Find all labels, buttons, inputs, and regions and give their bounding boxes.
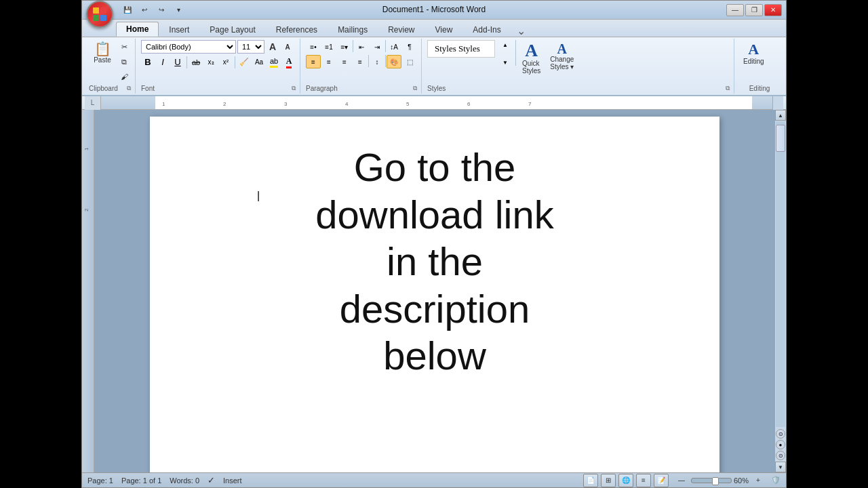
tab-page-layout[interactable]: Page Layout [199,22,265,37]
change-case-btn[interactable]: Aa [252,56,266,68]
shrink-font-btn[interactable]: A [281,40,294,54]
words-indicator[interactable]: Words: 0 [170,476,199,485]
content-line4: description [340,287,530,331]
clipboard-group: 📋 Paste ✂ ⧉ 🖌 Clipboard ⧉ [85,39,136,94]
font-size-select[interactable]: 11 [237,40,264,54]
ribbon-tabs: Home Insert Page Layout References Maili… [82,20,786,37]
strikethrough-button[interactable]: ab [189,56,203,68]
ribbon-collapse-btn[interactable]: ⌄ [514,24,529,37]
zoom-slider[interactable] [691,478,732,483]
superscript-button[interactable]: x² [219,56,233,68]
view-fullscreen-btn[interactable]: ⊞ [601,474,616,487]
editing-btn[interactable]: A Editing [740,40,768,67]
tab-home[interactable]: Home [116,22,159,37]
scroll-select-btn[interactable]: ● [776,440,785,449]
bullets-btn[interactable]: ≡• [306,40,321,54]
minimize-button[interactable]: — [726,4,744,16]
change-styles-btn[interactable]: A ChangeStyles ▾ [547,40,577,73]
align-center-btn[interactable]: ≡ [321,55,336,68]
quick-access-toolbar: 💾 ↩ ↪ ▾ [120,4,186,16]
subscript-button[interactable]: x₂ [204,56,218,68]
zoom-out-btn[interactable]: — [674,474,689,487]
indent-dec-btn[interactable]: ⇤ [354,40,369,54]
redo-qat-btn[interactable]: ↪ [154,4,169,16]
tab-references[interactable]: References [266,22,328,37]
paragraph-dialog-btn[interactable]: ⧉ [413,85,417,92]
title-text: Document1 - Microsoft Word [382,5,486,14]
font-label: Font [141,83,155,94]
style-preview-box[interactable]: Styles Styles [427,40,495,58]
view-buttons: 📄 ⊞ 🌐 ≡ 📝 [583,474,669,487]
clear-format-btn[interactable]: 🧹 [237,56,251,68]
bold-button[interactable]: B [141,56,155,68]
page-of-indicator[interactable]: Page: 1 of 1 [121,476,161,485]
text-highlight-btn[interactable]: ab [267,56,281,68]
scroll-next-btn[interactable]: ⊙ [776,451,785,460]
quick-styles-btn[interactable]: A QuickStyles [519,40,544,77]
indent-inc-btn[interactable]: ⇥ [370,40,384,54]
view-draft-btn[interactable]: 📝 [654,474,669,487]
ruler-bar: 1 2 3 4 5 6 7 [101,96,772,109]
clipboard-content: 📋 Paste ✂ ⧉ 🖌 [89,40,131,83]
tab-view[interactable]: View [425,22,463,37]
show-hide-btn[interactable]: ¶ [402,40,417,54]
page-indicator[interactable]: Page: 1 [87,476,113,485]
multilevel-btn[interactable]: ≡▾ [337,40,352,54]
scroll-up-btn[interactable]: ▲ [775,110,786,121]
scroll-prev-btn[interactable]: ⊙ [776,429,785,439]
status-bar: Page: 1 Page: 1 of 1 Words: 0 ✓ Insert 📄… [82,472,786,487]
document-page[interactable]: | Go to the download link in the descrip… [150,117,719,472]
scroll-down-btn[interactable]: ▼ [775,462,786,472]
paste-button[interactable]: 📋 Paste [89,40,116,66]
undo-qat-btn[interactable]: ↩ [137,4,152,16]
ruler-corner[interactable]: L [85,96,101,110]
content-line2: download link [315,192,553,237]
insert-mode[interactable]: Insert [223,476,242,485]
ruler-svg: 1 2 3 4 5 6 7 [101,96,772,109]
scroll-track[interactable] [776,121,785,427]
cut-button[interactable]: ✂ [117,40,131,54]
numbering-btn[interactable]: ≡1 [321,40,336,54]
style-scroll-down[interactable]: ▼ [498,58,513,67]
underline-button[interactable]: U [171,56,184,68]
copy-button[interactable]: ⧉ [117,55,131,68]
sort-btn[interactable]: ↕A [387,40,401,54]
close-button[interactable]: ✕ [764,4,782,16]
customize-qat-btn[interactable]: ▾ [171,4,186,16]
save-qat-btn[interactable]: 💾 [120,4,135,16]
tab-insert[interactable]: Insert [159,22,199,37]
line-spacing-btn[interactable]: ↕ [370,55,384,68]
align-right-btn[interactable]: ≡ [337,55,352,68]
grow-font-btn[interactable]: A [266,40,279,54]
font-color-btn[interactable]: A [282,56,296,68]
align-left-btn[interactable]: ≡ [306,55,321,68]
view-print-btn[interactable]: 📄 [583,474,598,487]
styles-dialog-btn[interactable]: ⧉ [726,85,730,92]
maximize-button[interactable]: ❐ [745,4,763,16]
tab-review[interactable]: Review [378,22,425,37]
view-outline-btn[interactable]: ≡ [636,474,651,487]
style-scroll-up[interactable]: ▲ [498,40,513,49]
borders-btn[interactable]: ⬚ [402,55,417,68]
office-button[interactable] [86,1,113,28]
content-area: 1 2 | Go to the download link in the des… [82,110,786,472]
scroll-thumb[interactable] [776,125,785,152]
zoom-percent: 60% [734,476,749,485]
view-web-btn[interactable]: 🌐 [618,474,633,487]
shading-btn[interactable]: 🎨 [387,55,401,68]
font-dialog-btn[interactable]: ⧉ [292,85,296,92]
style-scroll: ▲ ▼ [498,40,513,67]
document-area[interactable]: | Go to the download link in the descrip… [94,110,775,472]
font-family-select[interactable]: Calibri (Body) [141,40,236,54]
font-separator2 [235,56,235,68]
justify-btn[interactable]: ≡ [353,55,368,68]
clipboard-dialog-btn[interactable]: ⧉ [127,85,131,92]
tab-addins[interactable]: Add-Ins [462,22,511,37]
document-content[interactable]: Go to the download link in the descripti… [184,137,686,380]
tab-mailings[interactable]: Mailings [328,22,378,37]
zoom-in-btn[interactable]: + [751,474,766,487]
word-window: 💾 ↩ ↪ ▾ Document1 - Microsoft Word — ❐ ✕… [81,0,787,488]
italic-button[interactable]: I [156,56,170,68]
styles-separator [515,40,516,66]
format-painter-button[interactable]: 🖌 [117,70,131,83]
